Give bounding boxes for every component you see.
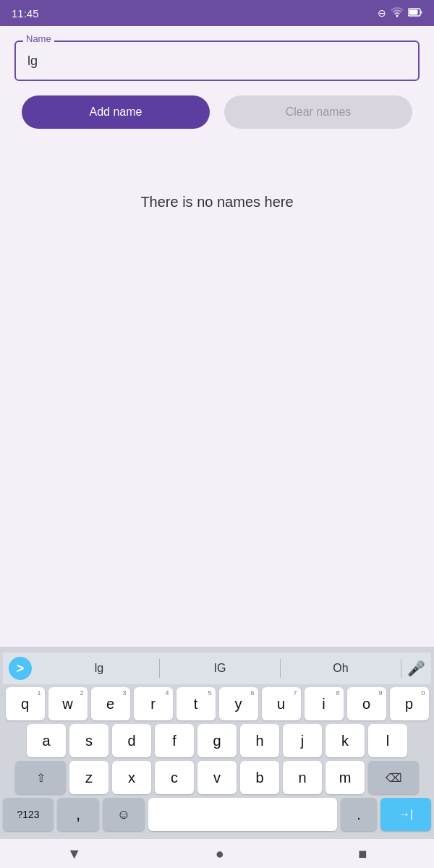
key-o[interactable]: 9o (347, 687, 386, 720)
nav-bar: ▼ ● ■ (0, 839, 434, 868)
symbols-key[interactable]: ?123 (3, 798, 54, 831)
key-e[interactable]: 3e (91, 687, 130, 720)
app-content: Name Add name Clear names There is no na… (0, 26, 434, 254)
nav-recents-icon[interactable]: ■ (358, 846, 367, 862)
buttons-row: Add name Clear names (14, 95, 420, 129)
name-input[interactable] (14, 41, 420, 81)
empty-state-message: There is no names here (140, 194, 293, 210)
keyboard: > lg IG Oh 🎤 1q 2w 3e 4r 5t 6y 7u 8i 9o … (0, 647, 434, 839)
sync-icon: ⊖ (378, 7, 386, 19)
keyboard-row-3: ⇧ z x c v b n m ⌫ (3, 761, 431, 794)
suggestions-expand-button[interactable]: > (9, 657, 32, 680)
empty-state: There is no names here (14, 150, 420, 254)
battery-icon (408, 7, 422, 19)
input-label: Name (23, 33, 54, 44)
backspace-key[interactable]: ⌫ (368, 761, 419, 794)
key-g[interactable]: g (197, 724, 237, 757)
key-h[interactable]: h (240, 724, 279, 757)
suggestion-lg[interactable]: lg (39, 659, 160, 678)
keyboard-row-4: ?123 , ☺ . →| (3, 798, 431, 831)
wifi-icon (391, 7, 404, 20)
period-key[interactable]: . (341, 798, 377, 831)
key-k[interactable]: k (326, 724, 365, 757)
key-v[interactable]: v (197, 761, 237, 794)
key-f[interactable]: f (155, 724, 194, 757)
key-w[interactable]: 2w (48, 687, 88, 720)
key-p[interactable]: 0p (390, 687, 429, 720)
status-bar: 11:45 ⊖ (0, 0, 434, 26)
clear-names-button[interactable]: Clear names (224, 95, 412, 129)
nav-back-icon[interactable]: ▼ (67, 846, 82, 862)
key-t[interactable]: 5t (176, 687, 216, 720)
key-z[interactable]: z (69, 761, 109, 794)
key-u[interactable]: 7u (262, 687, 301, 720)
emoji-key[interactable]: ☺ (103, 798, 145, 831)
status-icons: ⊖ (378, 7, 422, 20)
key-q[interactable]: 1q (6, 687, 45, 720)
suggestion-IG[interactable]: IG (160, 659, 281, 678)
microphone-icon[interactable]: 🎤 (407, 660, 425, 677)
enter-key[interactable]: →| (380, 798, 431, 831)
key-m[interactable]: m (326, 761, 365, 794)
status-time: 11:45 (12, 7, 39, 20)
svg-rect-2 (409, 10, 418, 15)
key-d[interactable]: d (112, 724, 151, 757)
key-b[interactable]: b (240, 761, 279, 794)
key-l[interactable]: l (368, 724, 407, 757)
keyboard-row-1: 1q 2w 3e 4r 5t 6y 7u 8i 9o 0p (3, 687, 431, 720)
shift-key[interactable]: ⇧ (15, 761, 66, 794)
key-i[interactable]: 8i (305, 687, 344, 720)
comma-key[interactable]: , (57, 798, 99, 831)
key-a[interactable]: a (27, 724, 66, 757)
key-c[interactable]: c (155, 761, 194, 794)
key-s[interactable]: s (69, 724, 109, 757)
suggestions-row: > lg IG Oh 🎤 (3, 652, 431, 684)
svg-rect-1 (421, 11, 422, 14)
key-j[interactable]: j (283, 724, 322, 757)
key-y[interactable]: 6y (219, 687, 258, 720)
key-r[interactable]: 4r (134, 687, 173, 720)
space-key[interactable] (148, 798, 337, 831)
keyboard-row-2: a s d f g h j k l (3, 724, 431, 757)
suggestion-Oh[interactable]: Oh (281, 659, 401, 678)
nav-home-icon[interactable]: ● (216, 846, 224, 862)
key-x[interactable]: x (112, 761, 151, 794)
add-name-button[interactable]: Add name (22, 95, 210, 129)
key-n[interactable]: n (283, 761, 322, 794)
name-input-container: Name (14, 41, 420, 81)
